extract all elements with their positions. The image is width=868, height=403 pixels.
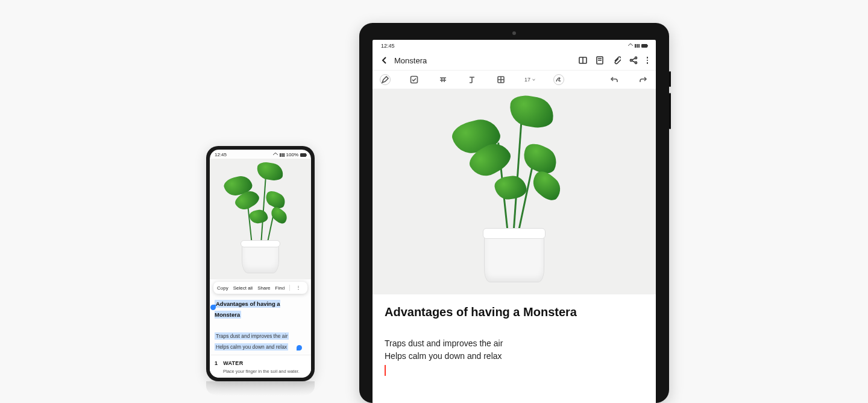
bottom-card: 1 WATER Place your finger in the soil an… — [210, 355, 311, 378]
handwriting-tool[interactable] — [380, 74, 391, 85]
plant-pot — [484, 233, 544, 282]
text-context-menu: Copy Select all Share Find ⋮ — [213, 282, 307, 294]
wifi-icon — [628, 43, 633, 48]
script-icon — [555, 75, 563, 84]
tablet-camera — [512, 31, 516, 35]
font-size-value: 17 — [524, 77, 530, 83]
chevron-left-icon — [381, 57, 388, 64]
redo-icon — [639, 75, 647, 84]
signal-icon — [635, 44, 640, 48]
attach-button[interactable] — [612, 56, 621, 65]
table-icon — [497, 75, 505, 84]
share-button[interactable] — [629, 56, 638, 65]
back-button[interactable] — [380, 56, 389, 65]
share-icon — [629, 56, 638, 65]
paperclip-icon — [612, 56, 621, 65]
selection-handle-start[interactable] — [210, 305, 216, 310]
pen-icon — [381, 75, 389, 84]
card-number: 1 — [215, 360, 218, 366]
divider — [289, 285, 290, 291]
context-select-all[interactable]: Select all — [233, 285, 253, 291]
battery-pct: 100% — [286, 152, 298, 157]
content-line-1[interactable]: Traps dust and improves the air — [385, 337, 644, 350]
note-image — [210, 159, 311, 279]
selected-line-1[interactable]: Traps dust and improves the air — [215, 332, 289, 340]
note-header: Monstera — [373, 51, 656, 71]
selected-title[interactable]: Advantages of having a Monstera — [215, 300, 280, 319]
phone-status-icons: 100% — [273, 152, 306, 157]
content-line-2[interactable]: Helps calm you down and relax — [385, 350, 644, 363]
redo-button[interactable] — [638, 74, 649, 85]
card-desc: Place your finger in the soil and water. — [215, 369, 306, 374]
text-cursor — [385, 365, 386, 376]
page-template-button[interactable] — [596, 56, 604, 65]
text-style-tool[interactable] — [467, 74, 477, 85]
text-format-tool[interactable] — [438, 74, 448, 85]
text-icon — [468, 75, 476, 84]
checklist-tool[interactable] — [409, 74, 420, 85]
tablet-volume-button — [669, 93, 671, 129]
table-tool[interactable] — [495, 74, 506, 85]
note-editor[interactable]: Advantages of having a Monstera Traps du… — [373, 294, 656, 403]
undo-button[interactable] — [609, 74, 620, 85]
tablet-power-button — [669, 71, 671, 87]
svg-line-9 — [632, 61, 635, 63]
context-share[interactable]: Share — [257, 285, 270, 291]
context-more-icon[interactable]: ⋮ — [295, 285, 301, 290]
content-title[interactable]: Advantages of having a Monstera — [385, 305, 644, 319]
wifi-icon — [273, 153, 278, 157]
card-title: WATER — [223, 360, 243, 366]
note-body[interactable]: Advantages of having a Monstera Traps du… — [210, 294, 311, 378]
phone-status-time: 12:45 — [215, 152, 227, 157]
undo-icon — [610, 75, 618, 84]
selection-handle-end[interactable] — [297, 345, 302, 351]
font-size-selector[interactable]: 17 — [524, 74, 535, 85]
reader-mode-button[interactable] — [579, 56, 587, 65]
signal-icon — [280, 153, 285, 157]
context-copy[interactable]: Copy — [217, 285, 228, 291]
battery-icon — [300, 153, 306, 157]
phone-mockup: 12:45 100% Copy Select all Share Find ⋮ — [206, 146, 315, 381]
book-icon — [579, 56, 587, 65]
svg-line-8 — [632, 59, 635, 60]
note-image — [373, 89, 656, 294]
battery-icon — [641, 44, 647, 48]
script-tool[interactable] — [553, 74, 564, 85]
note-title: Monstera — [394, 56, 579, 65]
tablet-status-time: 12:45 — [381, 43, 395, 49]
tablet-mockup: 12:45 Monstera — [359, 23, 669, 403]
chevron-down-icon — [532, 78, 535, 82]
tablet-screen: 12:45 Monstera — [373, 40, 656, 403]
editor-toolbar: 17 — [373, 71, 656, 89]
plant-pot — [242, 243, 279, 273]
more-button[interactable] — [646, 57, 649, 64]
text-size-icon — [439, 75, 447, 84]
tablet-status-bar: 12:45 — [373, 40, 656, 51]
checkbox-icon — [410, 75, 418, 84]
tablet-status-icons — [628, 43, 647, 48]
phone-screen: 12:45 100% Copy Select all Share Find ⋮ — [210, 150, 311, 378]
context-find[interactable]: Find — [275, 285, 285, 291]
phone-status-bar: 12:45 100% — [210, 150, 311, 159]
page-icon — [596, 56, 604, 65]
selected-line-2[interactable]: Helps calm you down and relax — [215, 343, 288, 351]
